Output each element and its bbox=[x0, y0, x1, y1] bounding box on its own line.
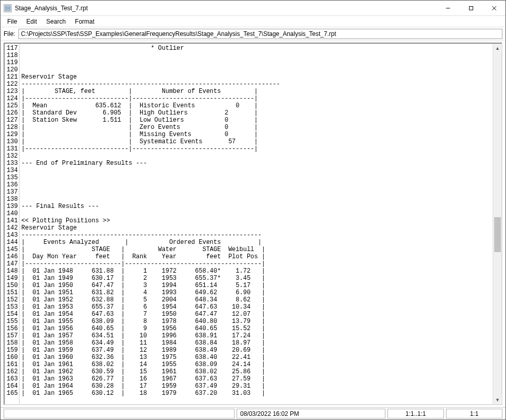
status-cell-blank bbox=[4, 409, 235, 418]
svg-rect-5 bbox=[469, 6, 473, 10]
line-number-gutter: 117 118 119 120 121 122 123 124 125 126 … bbox=[5, 44, 20, 404]
scroll-down-button[interactable]: ▼ bbox=[493, 395, 502, 404]
titlebar[interactable]: Stage_Analysis_Test_7.rpt bbox=[1, 1, 505, 16]
file-label: File: bbox=[4, 30, 15, 37]
app-icon bbox=[4, 4, 12, 12]
close-button[interactable] bbox=[482, 1, 505, 15]
file-path-bar: File: bbox=[1, 27, 505, 41]
menu-search[interactable]: Search bbox=[43, 17, 69, 26]
content-area: 117 118 119 120 121 122 123 124 125 126 … bbox=[1, 41, 505, 407]
scroll-thumb[interactable] bbox=[494, 217, 501, 252]
statusbar: 08/03/2022 16:02 PM 1:1..1:1 1:1 bbox=[1, 407, 505, 419]
vertical-scrollbar[interactable]: ▲ ▼ bbox=[493, 44, 501, 404]
menu-edit[interactable]: Edit bbox=[23, 17, 41, 26]
maximize-button[interactable] bbox=[459, 1, 482, 15]
menu-file[interactable]: File bbox=[4, 17, 21, 26]
scroll-up-button[interactable]: ▲ bbox=[493, 44, 502, 52]
menu-format[interactable]: Format bbox=[71, 17, 98, 26]
status-date: 08/03/2022 16:02 PM bbox=[237, 409, 385, 418]
menubar: File Edit Search Format bbox=[1, 16, 505, 27]
editor-frame: 117 118 119 120 121 122 123 124 125 126 … bbox=[4, 43, 502, 405]
minimize-button[interactable] bbox=[436, 1, 459, 15]
editor-viewport[interactable]: 117 118 119 120 121 122 123 124 125 126 … bbox=[5, 44, 493, 404]
window-title: Stage_Analysis_Test_7.rpt bbox=[15, 5, 436, 12]
status-cursor: 1:1 bbox=[446, 409, 502, 418]
status-selection: 1:1..1:1 bbox=[387, 409, 444, 418]
file-path-input[interactable] bbox=[18, 29, 502, 39]
code-text[interactable]: * Outlier Reservoir Stage --------------… bbox=[20, 44, 493, 404]
window-controls bbox=[436, 1, 505, 15]
app-window: Stage_Analysis_Test_7.rpt File Edit Sear… bbox=[0, 0, 506, 420]
